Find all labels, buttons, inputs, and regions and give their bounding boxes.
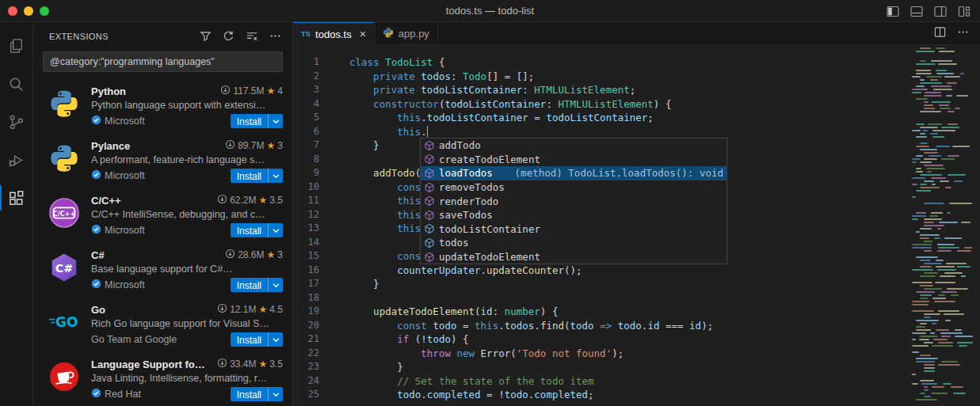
suggestion-label: todos [439,237,469,249]
code-line: 4 constructor(todoListContainer: HTMLULi… [293,97,909,112]
tab-bar: TS todos.ts × app.py [293,22,980,45]
install-dropdown-icon[interactable] [269,169,283,183]
code-line: 17 } [293,277,909,291]
suggestion-item[interactable]: todoListContainer [421,222,726,237]
activity-source-control-icon[interactable] [0,103,33,141]
editor-more-actions-icon[interactable] [957,26,969,41]
filter-icon[interactable] [200,30,212,42]
customize-layout-icon[interactable] [958,6,970,17]
extension-list-item[interactable]: Python 117.5M ★ 4 Python language suppor… [33,78,292,133]
install-button[interactable]: Install [231,114,283,128]
code-text: private todoListContainer: HTMLUListElem… [325,83,635,97]
minimize-window-button[interactable] [24,6,33,16]
typescript-file-icon: TS [301,30,311,38]
install-dropdown-icon[interactable] [269,114,283,128]
extension-name: Pylance [91,140,220,152]
activity-run-debug-icon[interactable] [0,141,33,179]
more-actions-icon[interactable] [269,30,281,42]
code-line: 21 if (!todo) { [293,332,909,347]
extension-list-item[interactable]: C/C++ C/C++ 62.2M ★ 3.5 C/C++ IntelliSen… [33,188,292,242]
refresh-icon[interactable] [223,30,235,42]
extension-stats: 33.4M ★ 3.5 [217,358,283,370]
downloads-icon [217,303,227,316]
install-dropdown-icon[interactable] [269,387,283,401]
suggestion-item[interactable]: addTodo [421,138,726,153]
suggestion-item[interactable]: updateTodoElement [421,250,726,264]
toggle-secondary-sidebar-icon[interactable] [934,6,947,17]
suggestion-item[interactable]: removeTodos [421,180,726,195]
code-editor[interactable]: 1class TodoList {2 private todos: Todo[]… [293,45,980,406]
line-number: 1 [293,55,325,70]
install-button[interactable]: Install [231,169,283,183]
install-dropdown-icon[interactable] [269,223,283,237]
line-number: 8 [293,153,325,167]
install-button[interactable]: Install [231,278,283,292]
suggestion-item[interactable]: renderTodo [421,194,726,208]
install-button[interactable]: Install [231,332,283,347]
extension-list-item[interactable]: GO Go 12.1M ★ 4.5 Rich Go language suppo… [33,297,292,351]
star-icon: ★ [267,85,276,97]
rating-value: 3 [277,140,283,151]
clear-search-results-icon[interactable] [246,30,258,42]
line-number: 6 [293,125,325,139]
activity-search-icon[interactable] [0,65,33,103]
line-number: 7 [293,138,325,153]
traffic-lights [8,6,49,16]
tab-app-py[interactable]: app.py [375,22,438,44]
extension-list-item[interactable]: Language Support fo… 33.4M ★ 3.5 Java Li… [33,351,292,406]
extension-stats: 117.5M ★ 4 [220,85,283,97]
extension-list-item[interactable]: Pylance 89.7M ★ 3 A performant, feature-… [33,133,292,188]
svg-text:GO: GO [55,314,78,330]
install-button[interactable]: Install [231,387,283,401]
minimap[interactable] [909,45,980,406]
install-dropdown-icon[interactable] [269,332,283,347]
install-button[interactable]: Install [231,223,283,237]
sidebar-header: EXTENSIONS [33,22,292,50]
symbol-method-icon [423,153,436,165]
close-tab-icon[interactable]: × [360,28,366,40]
code-text: } [325,277,379,291]
close-window-button[interactable] [8,6,17,16]
rating-value: 3.5 [269,359,283,370]
activity-explorer-icon[interactable] [0,27,33,65]
line-number: 10 [293,180,325,195]
toggle-primary-sidebar-icon[interactable] [887,6,899,17]
code-text: const [325,249,427,264]
extension-publisher: Microsoft [91,224,231,237]
activity-extensions-icon[interactable] [0,179,33,217]
tab-todos-ts[interactable]: TS todos.ts × [293,22,375,45]
line-number: 12 [293,208,325,222]
suggestion-label: todoListContainer [439,223,540,235]
symbol-method-icon [423,209,436,222]
install-dropdown-icon[interactable] [269,278,283,292]
suggestion-item[interactable]: todos [421,236,726,250]
suggestion-label: renderTodo [439,195,498,207]
extension-stats: 12.1M ★ 4.5 [217,303,283,316]
suggestion-item[interactable]: createTodoElement [421,153,726,167]
code-text: if (!todo) { [325,332,469,347]
toggle-panel-icon[interactable] [910,6,923,17]
code-text: addTodo(t [325,166,427,180]
extension-name: C# [91,249,220,261]
extensions-search-input[interactable] [43,51,283,72]
csharp-extension-icon: C# [48,251,81,284]
extension-description: Python language support with extensi… [91,100,283,111]
code-text: this. [325,125,428,139]
zoom-window-button[interactable] [40,6,49,16]
code-line: 2 private todos: Todo[] = []; [293,70,909,84]
suggestion-item[interactable]: saveTodos [421,208,726,222]
download-count: 89.7M [238,140,264,151]
split-editor-icon[interactable] [934,26,946,41]
suggestion-label: createTodoElement [439,154,540,165]
line-number: 13 [293,222,325,236]
extension-name: C/C++ [91,195,212,207]
symbol-field-icon [423,237,436,249]
suggestion-item[interactable]: loadTodos (method) TodoList.loadTodos():… [421,166,726,180]
code-text: todo.completed = !todo.completed; [325,388,594,402]
star-icon: ★ [267,140,276,151]
line-number: 18 [293,291,325,305]
line-number: 22 [293,347,325,361]
code-text: class TodoList { [325,55,444,70]
extension-list-item[interactable]: C# C# 28.6M ★ 3 Base language support fo… [33,242,292,297]
symbol-method-icon [423,181,436,194]
